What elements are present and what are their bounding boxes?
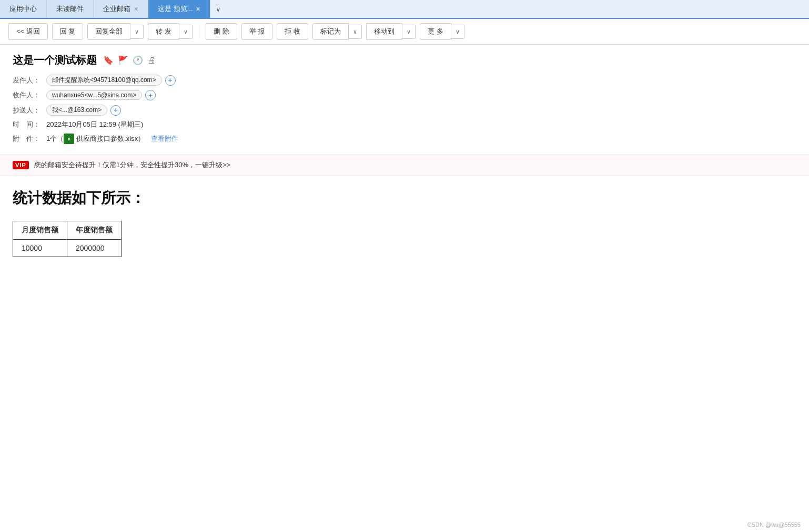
forward-group: 转 发 ∨ [148,23,193,40]
clock-icon[interactable]: 🕐 [133,55,143,65]
sender-tag: 邮件提醒系统<945718100@qq.com> [46,75,162,86]
email-body: 统计数据如下所示： 月度销售额 年度销售额 10000 2000000 [0,176,809,278]
vip-text[interactable]: 您的邮箱安全待提升！仅需1分钟，安全性提升30%，一键升级>> [34,160,230,170]
time-row: 时 间： 2022年10月05日 12:59 (星期三) [13,120,796,129]
attachment-filename: 供应商接口参数.xlsx [76,134,138,144]
recipient-row: 收件人： wuhanxue5<w...5@sina.com> + [13,90,796,100]
tab-enterprise-mail[interactable]: 企业邮箱 ✕ [94,0,148,18]
excel-icon: x [64,134,74,144]
table-body: 10000 2000000 [13,240,122,257]
reply-all-dropdown[interactable]: ∨ [130,25,144,39]
tab-more-button[interactable]: ∨ [210,0,226,18]
move-to-dropdown[interactable]: ∨ [402,25,416,39]
bookmark-icon[interactable]: 🔖 [103,55,114,65]
attachment-row: 附 件： 1个（ x 供应商接口参数.xlsx ） 查看附件 [13,134,796,144]
email-time: 2022年10月05日 12:59 (星期三) [46,120,143,129]
table-header: 月度销售额 年度销售额 [13,221,122,240]
reply-button[interactable]: 回 复 [52,23,84,40]
sender-add-button[interactable]: + [165,75,176,86]
table-header-row: 月度销售额 年度销售额 [13,221,122,240]
cc-add-button[interactable]: + [110,105,121,116]
attachment-count: 1个（ [46,134,64,144]
more-dropdown[interactable]: ∨ [451,25,464,39]
recipient-label: 收件人： [13,90,46,100]
mark-as-dropdown[interactable]: ∨ [349,25,362,39]
forward-dropdown[interactable]: ∨ [179,25,193,39]
toolbar: << 返回 回 复 回复全部 ∨ 转 发 ∨ 删 除 举 报 拒 收 标记为 ∨… [0,19,809,45]
cc-row: 抄送人： 我<...@163.com> + [13,105,796,116]
cell-annual-value: 2000000 [67,240,122,257]
sender-label: 发件人： [13,76,46,85]
more-button[interactable]: 更 多 [420,23,451,40]
tab-unread-mail[interactable]: 未读邮件 [47,0,94,18]
cc-tag: 我<...@163.com> [46,105,107,116]
sender-row: 发件人： 邮件提醒系统<945718100@qq.com> + [13,75,796,86]
time-label: 时 间： [13,120,46,129]
cc-label: 抄送人： [13,106,46,115]
chevron-down-icon: ∨ [216,5,221,13]
tab-bar: 应用中心 未读邮件 企业邮箱 ✕ 这是 预览... ✕ ∨ [0,0,809,19]
sales-table: 月度销售额 年度销售额 10000 2000000 [13,221,122,257]
tab-preview[interactable]: 这是 预览... ✕ [148,0,210,18]
report-button[interactable]: 举 报 [241,23,273,40]
toolbar-separator-1 [199,25,199,38]
attachment-label: 附 件： [13,134,46,144]
forward-button[interactable]: 转 发 [148,23,179,40]
move-to-button[interactable]: 移动到 [366,23,402,40]
col-monthly-sales: 月度销售额 [13,221,67,240]
view-attachment-link[interactable]: 查看附件 [151,134,178,144]
mark-as-group: 标记为 ∨ [312,23,362,40]
reject-button[interactable]: 拒 收 [277,23,308,40]
move-to-group: 移动到 ∨ [366,23,416,40]
recipient-tag: wuhanxue5<w...5@sina.com> [46,90,142,100]
tab-app-center[interactable]: 应用中心 [0,0,47,18]
reply-all-group: 回复全部 ∨ [87,23,144,40]
tab-close-preview[interactable]: ✕ [196,6,200,13]
delete-button[interactable]: 删 除 [206,23,237,40]
mark-as-button[interactable]: 标记为 [312,23,349,40]
flag-icon[interactable]: 🚩 [118,55,128,65]
more-group: 更 多 ∨ [420,23,464,40]
email-title-row: 这是一个测试标题 🔖 🚩 🕐 🖨 [13,53,796,67]
attachment-suffix: ） [138,134,145,144]
col-annual-sales: 年度销售额 [67,221,122,240]
print-icon[interactable]: 🖨 [147,56,156,65]
vip-badge: VIP [13,161,29,169]
recipient-add-button[interactable]: + [145,90,156,100]
email-header: 这是一个测试标题 🔖 🚩 🕐 🖨 发件人： 邮件提醒系统<945718100@q… [0,45,809,155]
email-title-icons: 🔖 🚩 🕐 🖨 [103,55,156,65]
vip-banner: VIP 您的邮箱安全待提升！仅需1分钟，安全性提升30%，一键升级>> [0,155,809,176]
email-subject: 这是一个测试标题 [13,53,97,67]
cell-monthly-value: 10000 [13,240,67,257]
tab-close-enterprise[interactable]: ✕ [134,6,138,13]
table-row: 10000 2000000 [13,240,122,257]
reply-all-button[interactable]: 回复全部 [87,23,130,40]
body-heading: 统计数据如下所示： [13,188,796,208]
back-button[interactable]: << 返回 [8,23,48,40]
